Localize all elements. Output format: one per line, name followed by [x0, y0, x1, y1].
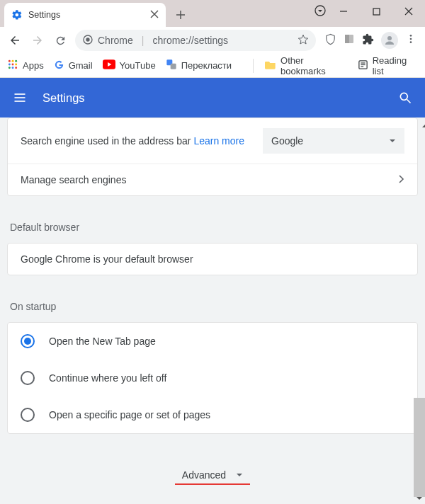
- bookmark-star-icon[interactable]: [298, 34, 309, 47]
- svg-point-23: [8, 67, 11, 69]
- search-engine-selected: Google: [271, 135, 389, 147]
- svg-point-22: [15, 64, 17, 66]
- svg-point-13: [387, 36, 392, 40]
- settings-search-icon[interactable]: [398, 91, 412, 105]
- startup-section-title: On startup: [7, 282, 418, 322]
- reading-list-icon: [358, 59, 368, 72]
- apps-grid-icon: [7, 59, 18, 72]
- search-engine-select[interactable]: Google: [263, 128, 404, 154]
- svg-line-37: [407, 100, 411, 103]
- radio-unselected-icon: [21, 408, 35, 422]
- translate-label: Перекласти: [181, 60, 232, 71]
- apps-shortcut[interactable]: Apps: [7, 59, 44, 72]
- browser-menu-icon[interactable]: [405, 33, 416, 47]
- chevron-down-icon: [236, 469, 243, 481]
- svg-point-17: [8, 60, 11, 62]
- search-engine-label: Search engine used in the address bar Le…: [21, 135, 263, 147]
- startup-option-continue[interactable]: Continue where you left off: [8, 360, 417, 396]
- extension-misc-icon[interactable]: [344, 33, 355, 47]
- svg-point-24: [12, 67, 14, 69]
- reading-list[interactable]: Reading list: [358, 55, 418, 76]
- translate-icon: [166, 59, 177, 72]
- settings-content[interactable]: Search engine used in the address bar Le…: [0, 118, 425, 504]
- profile-avatar-icon[interactable]: [381, 32, 398, 49]
- svg-point-16: [410, 41, 412, 43]
- svg-point-25: [15, 67, 17, 69]
- startup-option-newtab[interactable]: Open the New Tab page: [8, 323, 417, 360]
- svg-rect-12: [345, 35, 349, 43]
- default-browser-card: Google Chrome is your default browser: [7, 243, 418, 275]
- nav-reload-button[interactable]: [50, 30, 71, 51]
- startup-opt3-label: Open a specific page or set of pages: [49, 409, 210, 420]
- manage-search-engines-label: Manage search engines: [21, 174, 399, 185]
- advanced-toggle[interactable]: Advanced: [175, 466, 250, 485]
- svg-point-15: [410, 38, 412, 40]
- manage-search-engines-row[interactable]: Manage search engines: [8, 164, 417, 195]
- dropdown-caret-icon: [389, 135, 396, 147]
- svg-rect-28: [170, 64, 176, 69]
- omnibox-url: chrome://settings: [152, 35, 228, 46]
- default-browser-section-title: Default browser: [7, 203, 418, 243]
- new-tab-button[interactable]: [170, 4, 191, 25]
- nav-back-button[interactable]: [4, 30, 26, 51]
- startup-opt2-label: Continue where you left off: [49, 372, 166, 384]
- browser-toolbar: Chrome | chrome://settings: [0, 27, 425, 54]
- advanced-label: Advanced: [182, 469, 226, 481]
- youtube-label: YouTube: [120, 60, 156, 71]
- settings-gear-icon: [11, 9, 23, 21]
- google-g-icon: [54, 59, 64, 72]
- youtube-icon: [103, 59, 115, 71]
- other-bookmarks-label: Other bookmarks: [280, 55, 348, 76]
- startup-opt1-label: Open the New Tab page: [49, 336, 156, 347]
- startup-option-specific[interactable]: Open a specific page or set of pages: [8, 396, 417, 433]
- bookmark-translate[interactable]: Перекласти: [166, 59, 232, 72]
- radio-selected-icon: [21, 334, 35, 348]
- pocket-icon[interactable]: [324, 33, 336, 48]
- svg-point-14: [410, 35, 412, 37]
- svg-point-21: [12, 64, 14, 66]
- settings-header: Settings: [0, 78, 425, 118]
- svg-rect-2: [373, 8, 380, 15]
- browser-tab-settings[interactable]: Settings: [4, 3, 166, 27]
- svg-point-19: [15, 60, 17, 62]
- extensions-puzzle-icon[interactable]: [362, 33, 374, 48]
- svg-point-18: [12, 60, 14, 62]
- bookmark-gmail[interactable]: Gmail: [54, 59, 93, 72]
- chevron-right-icon: [399, 174, 404, 185]
- address-bar[interactable]: Chrome | chrome://settings: [75, 30, 316, 51]
- svg-point-10: [86, 38, 89, 41]
- window-minimize-button[interactable]: [327, 0, 360, 23]
- tab-title: Settings: [28, 10, 150, 20]
- search-engine-card: Search engine used in the address bar Le…: [7, 118, 418, 196]
- reading-list-label: Reading list: [373, 55, 418, 76]
- scroll-up-caret-icon[interactable]: [421, 120, 425, 133]
- gmail-label: Gmail: [69, 60, 93, 71]
- svg-point-36: [400, 93, 407, 100]
- notification-indicator-icon[interactable]: [314, 5, 326, 19]
- default-browser-text: Google Chrome is your default browser: [21, 253, 193, 265]
- window-maximize-button[interactable]: [360, 0, 392, 23]
- hamburger-menu-icon[interactable]: [13, 91, 27, 105]
- nav-forward-button[interactable]: [27, 30, 48, 51]
- omnibox-scheme-label: Chrome: [98, 35, 133, 46]
- tab-close-icon[interactable]: [150, 8, 159, 21]
- folder-icon: [265, 59, 276, 71]
- startup-card: Open the New Tab page Continue where you…: [7, 322, 418, 434]
- bookmarks-bar: Apps Gmail YouTube Перекласти Other book…: [0, 54, 425, 78]
- scroll-down-caret-icon[interactable]: [415, 494, 424, 503]
- chrome-site-icon: [82, 34, 94, 47]
- radio-unselected-icon: [21, 371, 35, 385]
- bookmark-youtube[interactable]: YouTube: [103, 59, 156, 71]
- page-title: Settings: [42, 91, 398, 105]
- svg-point-20: [8, 64, 11, 66]
- learn-more-link[interactable]: Learn more: [193, 135, 244, 147]
- scrollbar-thumb[interactable]: [414, 398, 425, 497]
- other-bookmarks[interactable]: Other bookmarks: [265, 55, 348, 76]
- window-close-button[interactable]: [392, 0, 425, 23]
- apps-label: Apps: [23, 60, 44, 71]
